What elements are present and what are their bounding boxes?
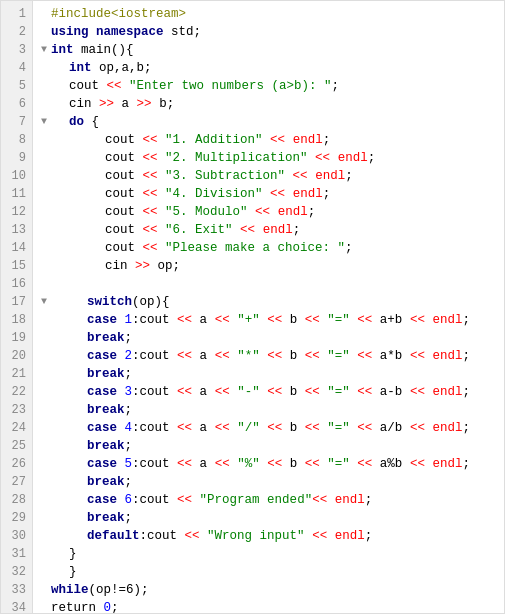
code-text: return 0; bbox=[51, 599, 504, 613]
code-text: } bbox=[51, 545, 504, 563]
code-line: cout << "4. Division" << endl; bbox=[37, 185, 504, 203]
code-text: cout << "1. Addition" << endl; bbox=[51, 131, 504, 149]
line-number: 17 bbox=[1, 293, 32, 311]
line-number: 34 bbox=[1, 599, 32, 614]
line-number: 25 bbox=[1, 437, 32, 455]
code-line: cout << "5. Modulo" << endl; bbox=[37, 203, 504, 221]
line-number: 26 bbox=[1, 455, 32, 473]
line-number: 18 bbox=[1, 311, 32, 329]
code-text: cout << "4. Division" << endl; bbox=[51, 185, 504, 203]
line-number: 31 bbox=[1, 545, 32, 563]
code-line: cout << "Enter two numbers (a>b): "; bbox=[37, 77, 504, 95]
code-line: ▼do { bbox=[37, 113, 504, 131]
line-number: 9 bbox=[1, 149, 32, 167]
code-line: case 3:cout << a << "-" << b << "=" << a… bbox=[37, 383, 504, 401]
line-number: 30 bbox=[1, 527, 32, 545]
code-line: case 2:cout << a << "*" << b << "=" << a… bbox=[37, 347, 504, 365]
line-number: 27 bbox=[1, 473, 32, 491]
code-line: cout << "3. Subtraction" << endl; bbox=[37, 167, 504, 185]
code-text: while(op!=6); bbox=[51, 581, 504, 599]
code-text: case 3:cout << a << "-" << b << "=" << a… bbox=[51, 383, 504, 401]
line-number: 19 bbox=[1, 329, 32, 347]
code-text: int main(){ bbox=[51, 41, 504, 59]
code-text: cout << "6. Exit" << endl; bbox=[51, 221, 504, 239]
line-number: 32 bbox=[1, 563, 32, 581]
code-text: switch(op){ bbox=[51, 293, 504, 311]
code-text: case 5:cout << a << "%" << b << "=" << a… bbox=[51, 455, 504, 473]
code-text: using namespace std; bbox=[51, 23, 504, 41]
line-number: 2 bbox=[1, 23, 32, 41]
code-line: return 0; bbox=[37, 599, 504, 613]
line-number: 22 bbox=[1, 383, 32, 401]
code-text: break; bbox=[51, 509, 504, 527]
line-number: 16 bbox=[1, 275, 32, 293]
code-line: cout << "Please make a choice: "; bbox=[37, 239, 504, 257]
code-line: cout << "2. Multiplication" << endl; bbox=[37, 149, 504, 167]
line-number: 5 bbox=[1, 77, 32, 95]
line-number: 3 bbox=[1, 41, 32, 59]
code-text: break; bbox=[51, 437, 504, 455]
code-line: case 5:cout << a << "%" << b << "=" << a… bbox=[37, 455, 504, 473]
code-line: break; bbox=[37, 473, 504, 491]
line-number: 1 bbox=[1, 5, 32, 23]
line-number: 4 bbox=[1, 59, 32, 77]
line-number: 33 bbox=[1, 581, 32, 599]
code-text bbox=[51, 275, 504, 293]
code-line: ▼switch(op){ bbox=[37, 293, 504, 311]
fold-button[interactable]: ▼ bbox=[37, 113, 51, 131]
code-text: cout << "3. Subtraction" << endl; bbox=[51, 167, 504, 185]
code-line: } bbox=[37, 563, 504, 581]
code-line: case 4:cout << a << "/" << b << "=" << a… bbox=[37, 419, 504, 437]
code-line: break; bbox=[37, 437, 504, 455]
line-number: 13 bbox=[1, 221, 32, 239]
code-text: case 6:cout << "Program ended"<< endl; bbox=[51, 491, 504, 509]
code-text: cout << "Please make a choice: "; bbox=[51, 239, 504, 257]
code-line: ▼int main(){ bbox=[37, 41, 504, 59]
code-text: case 2:cout << a << "*" << b << "=" << a… bbox=[51, 347, 504, 365]
line-numbers: 1234567891011121314151617181920212223242… bbox=[1, 1, 33, 613]
code-content[interactable]: #include<iostream>using namespace std;▼i… bbox=[33, 1, 504, 613]
line-number: 6 bbox=[1, 95, 32, 113]
code-line: default:cout << "Wrong input" << endl; bbox=[37, 527, 504, 545]
code-text: cout << "Enter two numbers (a>b): "; bbox=[51, 77, 504, 95]
code-text: } bbox=[51, 563, 504, 581]
line-number: 7 bbox=[1, 113, 32, 131]
code-text: case 4:cout << a << "/" << b << "=" << a… bbox=[51, 419, 504, 437]
line-number: 28 bbox=[1, 491, 32, 509]
code-text: do { bbox=[51, 113, 504, 131]
code-text: cin >> op; bbox=[51, 257, 504, 275]
code-line: break; bbox=[37, 329, 504, 347]
line-number: 20 bbox=[1, 347, 32, 365]
code-text: int op,a,b; bbox=[51, 59, 504, 77]
code-text: #include<iostream> bbox=[51, 5, 504, 23]
code-line: cout << "6. Exit" << endl; bbox=[37, 221, 504, 239]
code-line: break; bbox=[37, 365, 504, 383]
line-number: 21 bbox=[1, 365, 32, 383]
code-text: default:cout << "Wrong input" << endl; bbox=[51, 527, 504, 545]
code-line: } bbox=[37, 545, 504, 563]
fold-button[interactable]: ▼ bbox=[37, 293, 51, 311]
code-line: case 6:cout << "Program ended"<< endl; bbox=[37, 491, 504, 509]
code-line: cin >> a >> b; bbox=[37, 95, 504, 113]
code-line: #include<iostream> bbox=[37, 5, 504, 23]
code-line: using namespace std; bbox=[37, 23, 504, 41]
code-line: cout << "1. Addition" << endl; bbox=[37, 131, 504, 149]
code-text: break; bbox=[51, 365, 504, 383]
code-text: cin >> a >> b; bbox=[51, 95, 504, 113]
code-line: break; bbox=[37, 401, 504, 419]
line-number: 14 bbox=[1, 239, 32, 257]
code-line: while(op!=6); bbox=[37, 581, 504, 599]
code-line: cin >> op; bbox=[37, 257, 504, 275]
line-number: 24 bbox=[1, 419, 32, 437]
line-number: 15 bbox=[1, 257, 32, 275]
code-text: break; bbox=[51, 473, 504, 491]
code-line bbox=[37, 275, 504, 293]
line-number: 23 bbox=[1, 401, 32, 419]
code-text: break; bbox=[51, 401, 504, 419]
fold-button[interactable]: ▼ bbox=[37, 41, 51, 59]
code-text: case 1:cout << a << "+" << b << "=" << a… bbox=[51, 311, 504, 329]
line-number: 12 bbox=[1, 203, 32, 221]
line-number: 8 bbox=[1, 131, 32, 149]
line-number: 29 bbox=[1, 509, 32, 527]
code-text: break; bbox=[51, 329, 504, 347]
